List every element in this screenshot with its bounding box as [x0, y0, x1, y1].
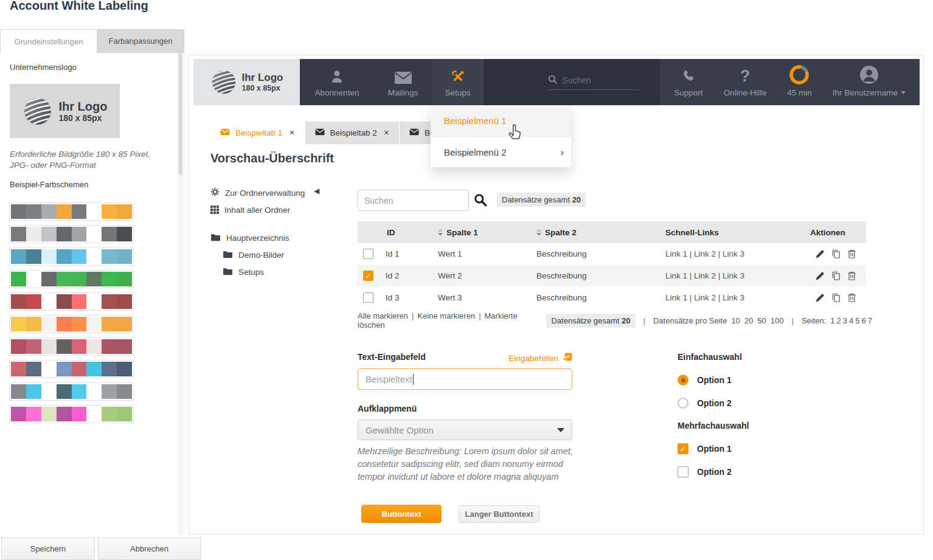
collapse-tree-icon[interactable]: ◀	[314, 187, 319, 195]
progress-ring-icon	[789, 67, 809, 85]
color-scheme-list	[9, 202, 134, 423]
per-page-option[interactable]: 50	[757, 316, 766, 325]
per-page-option[interactable]: 100	[771, 316, 784, 325]
per-page-option[interactable]: 10	[731, 316, 740, 325]
tree-folder-setups[interactable]: Setups	[223, 264, 350, 279]
page-number[interactable]: 2	[837, 316, 841, 325]
cell-quick-links[interactable]: Link 1 | Link 2 | Link 3	[665, 293, 810, 302]
input-helpers-link[interactable]: Eingabehilfen	[512, 352, 572, 364]
color-scheme-row[interactable]	[9, 202, 134, 221]
page-number[interactable]: 5	[855, 316, 859, 325]
color-swatch	[102, 362, 117, 376]
list-search-input[interactable]	[358, 190, 469, 211]
checkbox-option-1[interactable]: ✓ Option 1	[678, 443, 732, 454]
nav-item-online-hilfe[interactable]: ? Online-Hilfe	[713, 59, 777, 105]
tree-folder-hauptverzeichnis[interactable]: Hauptverzeichnis	[210, 230, 350, 245]
delete-icon[interactable]	[847, 271, 857, 281]
nav-item-setups[interactable]: Setups	[432, 59, 484, 105]
cell-spalte1: Wert 2	[438, 271, 536, 280]
search-icon[interactable]	[474, 193, 487, 209]
color-scheme-row[interactable]	[9, 292, 134, 311]
copy-icon[interactable]	[831, 249, 841, 259]
color-scheme-row[interactable]	[9, 247, 134, 266]
delete-icon[interactable]	[847, 249, 857, 259]
color-swatch	[86, 384, 102, 399]
dropdown-select[interactable]: Gewählte Option	[358, 420, 572, 440]
color-swatch	[26, 384, 41, 399]
color-scheme-row[interactable]	[9, 382, 134, 401]
copy-icon[interactable]	[831, 292, 841, 303]
radio-option-2[interactable]: Option 2	[678, 398, 732, 409]
per-page-option[interactable]: 20	[744, 316, 753, 325]
checkbox-icon[interactable]	[678, 466, 688, 477]
preview-logo[interactable]: Ihr Logo 180 x 85px	[193, 59, 300, 105]
select-label: Aufklappmenü	[358, 404, 417, 413]
tab-grundeinstellungen[interactable]: Grundeinstellungen	[0, 29, 97, 53]
page-number[interactable]: 4	[849, 316, 853, 325]
row-checkbox[interactable]	[363, 292, 373, 303]
nav-search[interactable]	[548, 75, 639, 90]
tree-folder-demo-bilder[interactable]: Demo-Bilder	[223, 247, 350, 262]
sort-icon[interactable]	[438, 229, 443, 236]
menu-item-beispielmenu-1[interactable]: Beispielmenü 1	[431, 105, 571, 136]
preview-tab-2[interactable]: Beispieltab 2 ✕	[305, 122, 400, 144]
settings-sidebar: Unternehmenslogo Ihr Logo 180 x 85px Erf…	[0, 52, 184, 534]
color-scheme-row[interactable]	[9, 270, 134, 288]
color-scheme-row[interactable]	[9, 337, 134, 356]
tree-item-inhalt-aller-ordner[interactable]: Inhalt aller Ordner	[210, 202, 350, 217]
text-input[interactable]: Beispieltext	[358, 368, 572, 390]
nav-item-username[interactable]: Ihr Benutzername	[822, 59, 916, 105]
color-scheme-row[interactable]	[9, 405, 134, 423]
cell-id: Id 3	[380, 293, 438, 302]
radio-icon[interactable]	[678, 375, 688, 385]
color-swatch	[72, 362, 87, 376]
scrollbar-thumb[interactable]	[178, 53, 182, 175]
radio-option-1[interactable]: Option 1	[678, 375, 732, 385]
menu-item-beispielmenu-2[interactable]: Beispielmenü 2 ›	[431, 136, 571, 167]
cancel-button[interactable]: Abbrechen	[98, 538, 201, 560]
color-scheme-row[interactable]	[9, 315, 134, 333]
color-swatch	[72, 407, 87, 421]
page-number[interactable]: 7	[868, 316, 872, 325]
radio-icon[interactable]	[678, 398, 688, 409]
preview-tab-1[interactable]: Beispieltab 1 ✕	[210, 122, 305, 144]
select-all-link[interactable]: Alle markieren	[358, 311, 408, 320]
sort-icon[interactable]	[536, 229, 541, 236]
color-swatch	[102, 384, 117, 399]
copy-icon[interactable]	[831, 271, 841, 281]
cell-quick-links[interactable]: Link 1 | Link 2 | Link 3	[665, 249, 810, 258]
secondary-button[interactable]: Langer Buttontext	[459, 505, 539, 523]
save-button[interactable]: Speichern	[1, 538, 95, 560]
color-scheme-row[interactable]	[9, 360, 134, 378]
tab-farbanpassungen[interactable]: Farbanpassungen	[97, 29, 184, 52]
edit-icon[interactable]	[815, 292, 825, 303]
nav-item-abonnenten[interactable]: Abonnenten	[300, 59, 374, 105]
row-checkbox[interactable]	[363, 249, 373, 259]
color-swatch	[86, 339, 102, 354]
color-scheme-row[interactable]	[9, 225, 134, 243]
nav-search-input[interactable]	[562, 75, 629, 85]
nav-item-mailings[interactable]: Mailings	[374, 59, 432, 105]
tree-item-ordnerverwaltung[interactable]: Zur Ordnerverwaltung ◀	[210, 185, 350, 200]
page-number[interactable]: 6	[862, 316, 866, 325]
checkbox-option-2[interactable]: Option 2	[678, 466, 732, 477]
close-icon[interactable]: ✕	[289, 129, 294, 137]
nav-item-support[interactable]: Support	[664, 59, 713, 105]
grid-icon	[210, 206, 219, 214]
page-numbers: 1234567	[830, 316, 872, 325]
delete-icon[interactable]	[847, 292, 857, 303]
page-number[interactable]: 1	[830, 316, 834, 325]
color-swatch	[41, 362, 57, 376]
nav-item-session-timer[interactable]: 45 min	[777, 59, 822, 105]
page-number[interactable]: 3	[843, 316, 847, 325]
row-checkbox[interactable]: ✓	[363, 271, 373, 281]
select-none-link[interactable]: Keine markieren	[417, 311, 475, 320]
sidebar-scrollbar[interactable]	[178, 53, 182, 534]
edit-icon[interactable]	[815, 249, 825, 259]
cell-quick-links[interactable]: Link 1 | Link 2 | Link 3	[665, 271, 810, 280]
close-icon[interactable]: ✕	[384, 129, 389, 137]
company-logo-placeholder[interactable]: Ihr Logo 180 x 85px	[10, 84, 120, 138]
edit-icon[interactable]	[815, 271, 825, 281]
primary-button[interactable]: Buttontext	[361, 505, 442, 523]
checkbox-icon[interactable]: ✓	[678, 443, 688, 454]
